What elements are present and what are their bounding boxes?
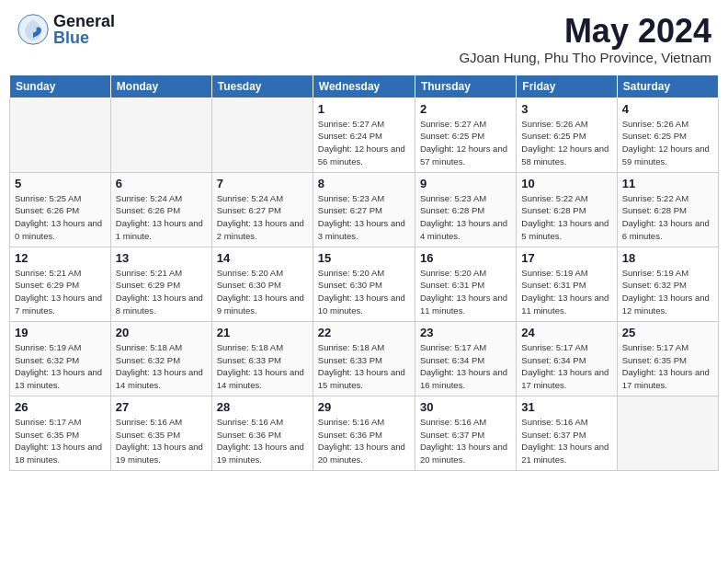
calendar-cell-w1-d1 [10,98,111,172]
day-info-16: Sunrise: 5:20 AM Sunset: 6:31 PM Dayligh… [420,267,511,317]
calendar-cell-w3-d1: 12Sunrise: 5:21 AM Sunset: 6:29 PM Dayli… [10,247,111,321]
calendar-cell-w1-d3 [211,98,313,172]
day-number-17: 17 [521,251,611,265]
calendar-week-4: 19Sunrise: 5:19 AM Sunset: 6:32 PM Dayli… [10,321,719,396]
calendar-week-5: 26Sunrise: 5:17 AM Sunset: 6:35 PM Dayli… [10,396,719,470]
col-tuesday: Tuesday [211,75,313,98]
day-info-17: Sunrise: 5:19 AM Sunset: 6:31 PM Dayligh… [521,267,611,317]
day-info-18: Sunrise: 5:19 AM Sunset: 6:32 PM Dayligh… [622,267,713,317]
day-info-20: Sunrise: 5:18 AM Sunset: 6:32 PM Dayligh… [116,341,207,392]
calendar-cell-w3-d4: 15Sunrise: 5:20 AM Sunset: 6:30 PM Dayli… [313,247,415,321]
calendar-cell-w5-d7 [617,396,718,470]
day-info-3: Sunrise: 5:26 AM Sunset: 6:25 PM Dayligh… [521,118,611,168]
calendar-cell-w4-d3: 21Sunrise: 5:18 AM Sunset: 6:33 PM Dayli… [211,321,313,396]
calendar-cell-w2-d7: 11Sunrise: 5:22 AM Sunset: 6:28 PM Dayli… [617,172,718,247]
day-info-12: Sunrise: 5:21 AM Sunset: 6:29 PM Dayligh… [15,267,106,317]
logo-text: General Blue [53,13,115,46]
calendar-cell-w1-d7: 4Sunrise: 5:26 AM Sunset: 6:25 PM Daylig… [617,98,718,172]
location-subtitle: GJoan Hung, Phu Tho Province, Vietnam [459,50,711,65]
day-number-19: 19 [15,326,106,339]
day-info-5: Sunrise: 5:25 AM Sunset: 6:26 PM Dayligh… [15,192,106,243]
page-header: General Blue May 2024 GJoan Hung, Phu Th… [9,9,719,69]
day-number-9: 9 [420,177,511,190]
day-number-25: 25 [622,326,713,339]
calendar-cell-w2-d3: 7Sunrise: 5:24 AM Sunset: 6:27 PM Daylig… [211,172,313,247]
day-number-10: 10 [521,177,611,190]
day-number-11: 11 [622,177,713,190]
logo-blue-text: Blue [53,29,115,46]
calendar-table: Sunday Monday Tuesday Wednesday Thursday… [9,75,719,471]
day-info-22: Sunrise: 5:18 AM Sunset: 6:33 PM Dayligh… [318,341,410,392]
logo-general-text: General [53,13,115,29]
calendar-cell-w4-d4: 22Sunrise: 5:18 AM Sunset: 6:33 PM Dayli… [313,321,415,396]
col-sunday: Sunday [10,75,111,98]
day-number-18: 18 [622,251,713,265]
day-number-20: 20 [116,326,207,339]
day-info-1: Sunrise: 5:27 AM Sunset: 6:24 PM Dayligh… [318,118,410,168]
day-info-23: Sunrise: 5:17 AM Sunset: 6:34 PM Dayligh… [420,341,511,392]
day-info-19: Sunrise: 5:19 AM Sunset: 6:32 PM Dayligh… [15,341,106,392]
day-info-26: Sunrise: 5:17 AM Sunset: 6:35 PM Dayligh… [15,416,106,466]
col-friday: Friday [517,75,617,98]
day-number-31: 31 [521,400,611,414]
col-thursday: Thursday [415,75,516,98]
col-wednesday: Wednesday [313,75,415,98]
general-blue-icon [17,13,50,46]
day-info-10: Sunrise: 5:22 AM Sunset: 6:28 PM Dayligh… [521,192,611,243]
calendar-cell-w5-d4: 29Sunrise: 5:16 AM Sunset: 6:36 PM Dayli… [313,396,415,470]
title-block: May 2024 GJoan Hung, Phu Tho Province, V… [459,13,711,65]
calendar-cell-w1-d2 [110,98,211,172]
day-info-30: Sunrise: 5:16 AM Sunset: 6:37 PM Dayligh… [420,416,511,466]
day-info-21: Sunrise: 5:18 AM Sunset: 6:33 PM Dayligh… [217,341,308,392]
day-number-16: 16 [420,251,511,265]
day-info-9: Sunrise: 5:23 AM Sunset: 6:28 PM Dayligh… [420,192,511,243]
day-number-7: 7 [217,177,308,190]
calendar-cell-w2-d4: 8Sunrise: 5:23 AM Sunset: 6:27 PM Daylig… [313,172,415,247]
day-number-24: 24 [521,326,611,339]
day-info-31: Sunrise: 5:16 AM Sunset: 6:37 PM Dayligh… [521,416,611,466]
calendar-header-row: Sunday Monday Tuesday Wednesday Thursday… [10,75,719,98]
calendar-cell-w5-d1: 26Sunrise: 5:17 AM Sunset: 6:35 PM Dayli… [10,396,111,470]
calendar-cell-w4-d2: 20Sunrise: 5:18 AM Sunset: 6:32 PM Dayli… [110,321,211,396]
calendar-cell-w5-d6: 31Sunrise: 5:16 AM Sunset: 6:37 PM Dayli… [517,396,617,470]
day-number-5: 5 [15,177,106,190]
calendar-cell-w3-d3: 14Sunrise: 5:20 AM Sunset: 6:30 PM Dayli… [211,247,313,321]
calendar-cell-w4-d7: 25Sunrise: 5:17 AM Sunset: 6:35 PM Dayli… [617,321,718,396]
calendar-cell-w4-d5: 23Sunrise: 5:17 AM Sunset: 6:34 PM Dayli… [415,321,516,396]
month-year-title: May 2024 [459,13,711,50]
day-number-22: 22 [318,326,410,339]
calendar-cell-w2-d5: 9Sunrise: 5:23 AM Sunset: 6:28 PM Daylig… [415,172,516,247]
calendar-cell-w4-d6: 24Sunrise: 5:17 AM Sunset: 6:34 PM Dayli… [517,321,617,396]
day-number-15: 15 [318,251,410,265]
day-number-21: 21 [217,326,308,339]
day-number-28: 28 [217,400,308,414]
day-info-27: Sunrise: 5:16 AM Sunset: 6:35 PM Dayligh… [116,416,207,466]
calendar-cell-w5-d5: 30Sunrise: 5:16 AM Sunset: 6:37 PM Dayli… [415,396,516,470]
day-info-28: Sunrise: 5:16 AM Sunset: 6:36 PM Dayligh… [217,416,308,466]
calendar-cell-w1-d5: 2Sunrise: 5:27 AM Sunset: 6:25 PM Daylig… [415,98,516,172]
day-info-14: Sunrise: 5:20 AM Sunset: 6:30 PM Dayligh… [217,267,308,317]
day-number-23: 23 [420,326,511,339]
day-number-29: 29 [318,400,410,414]
day-info-15: Sunrise: 5:20 AM Sunset: 6:30 PM Dayligh… [318,267,410,317]
day-info-29: Sunrise: 5:16 AM Sunset: 6:36 PM Dayligh… [318,416,410,466]
col-saturday: Saturday [617,75,718,98]
day-info-6: Sunrise: 5:24 AM Sunset: 6:26 PM Dayligh… [116,192,207,243]
day-number-14: 14 [217,251,308,265]
calendar-cell-w5-d3: 28Sunrise: 5:16 AM Sunset: 6:36 PM Dayli… [211,396,313,470]
day-number-1: 1 [318,102,410,116]
day-number-12: 12 [15,251,106,265]
day-number-2: 2 [420,102,511,116]
day-info-2: Sunrise: 5:27 AM Sunset: 6:25 PM Dayligh… [420,118,511,168]
calendar-cell-w1-d4: 1Sunrise: 5:27 AM Sunset: 6:24 PM Daylig… [313,98,415,172]
day-number-13: 13 [116,251,207,265]
calendar-cell-w3-d5: 16Sunrise: 5:20 AM Sunset: 6:31 PM Dayli… [415,247,516,321]
calendar-week-3: 12Sunrise: 5:21 AM Sunset: 6:29 PM Dayli… [10,247,719,321]
calendar-cell-w3-d7: 18Sunrise: 5:19 AM Sunset: 6:32 PM Dayli… [617,247,718,321]
day-number-6: 6 [116,177,207,190]
calendar-cell-w1-d6: 3Sunrise: 5:26 AM Sunset: 6:25 PM Daylig… [517,98,617,172]
day-number-30: 30 [420,400,511,414]
day-number-27: 27 [116,400,207,414]
day-number-26: 26 [15,400,106,414]
day-number-8: 8 [318,177,410,190]
